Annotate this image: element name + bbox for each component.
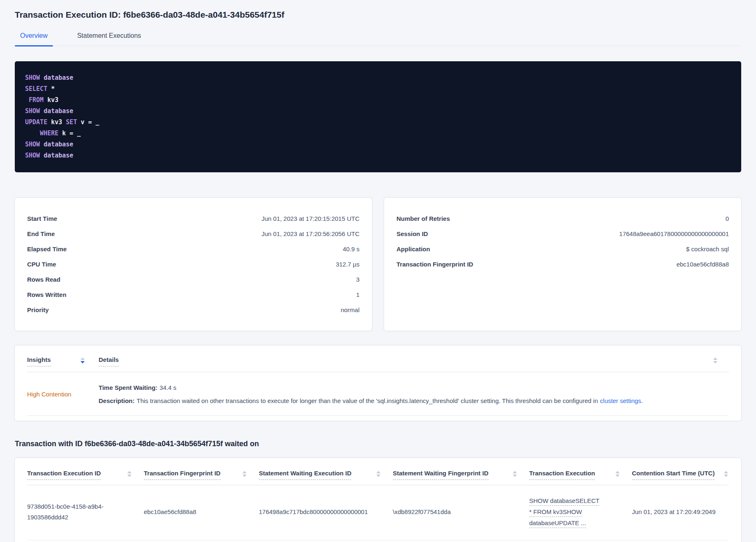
summary-label: Start Time [27, 215, 57, 222]
transaction-execution-link[interactable]: SHOW databaseSELECT * FROM kv3SHOW datab… [529, 495, 602, 528]
sql-line-1: SHOW database [25, 72, 731, 83]
summary-row: Rows Written 1 [27, 287, 360, 302]
cell-statement-waiting-fingerprint-id: \xdb8922f077541dda [393, 507, 529, 517]
description-line: Description:This transaction waited on o… [99, 396, 643, 405]
sort-arrows-icon[interactable] [127, 470, 131, 477]
waiting-value: 34.4 s [159, 384, 176, 391]
sort-arrows-icon[interactable] [724, 470, 728, 477]
summary-label: Rows Read [27, 276, 60, 283]
tab-statement-executions-label: Statement Executions [77, 32, 141, 39]
sql-keyword: SHOW [25, 141, 44, 148]
transaction-fingerprint-link[interactable]: ebc10ae56cfd88a8 [676, 261, 729, 268]
waited-on-table-card: Transaction Execution ID Transaction Fin… [15, 458, 741, 542]
cell-transaction-execution: SHOW databaseSELECT * FROM kv3SHOW datab… [529, 495, 632, 528]
sort-up-icon [242, 471, 247, 473]
summary-row: End Time Jun 01, 2023 at 17:20:56:2056 U… [27, 226, 360, 241]
sql-text: v = _ [81, 118, 99, 126]
sql-keyword: UPDATE [25, 118, 51, 126]
details-column-label[interactable]: Details [99, 356, 119, 366]
sort-up-icon [127, 471, 131, 473]
summary-value: 312.7 µs [336, 261, 360, 268]
summary-value: Jun 01, 2023 at 17:20:56:2056 UTC [261, 230, 360, 237]
session-summary-card: Number of Retries 0 Session ID 17648a9ee… [384, 198, 741, 331]
sort-down-icon [615, 475, 620, 477]
summary-row: Application $ cockroach sql [396, 241, 729, 257]
sort-down-icon [724, 475, 728, 477]
sort-up-icon [724, 471, 728, 473]
insight-details: Time Spent Waiting:34.4 s Description:Th… [99, 383, 643, 405]
waited-table-row: 9738d051-bc0e-4158-a9b4-1903586ddd42 ebc… [27, 485, 729, 540]
waited-on-heading: Transaction with ID f6be6366-da03-48de-a… [15, 440, 741, 448]
description-suffix: . [641, 397, 643, 404]
sort-arrows-icon[interactable] [81, 356, 85, 364]
sort-down-icon [376, 475, 380, 477]
sql-keyword: database [44, 152, 73, 159]
cluster-settings-link[interactable]: cluster settings [600, 397, 641, 404]
insights-column-header[interactable]: Insights [27, 356, 99, 366]
sql-text: kv3 [47, 96, 58, 104]
summary-row: CPU Time 312.7 µs [27, 257, 360, 272]
column-header-transaction-execution[interactable]: Transaction Execution [529, 470, 632, 480]
summary-value: 3 [356, 276, 360, 283]
column-header-transaction-fingerprint-id[interactable]: Transaction Fingerprint ID [144, 470, 259, 480]
sql-line-4: SHOW database [25, 106, 731, 117]
summary-value: 1 [356, 291, 360, 298]
sql-text: * [51, 85, 55, 93]
insights-card: Insights Details High Contention Time Sp… [15, 345, 741, 421]
sort-arrows-icon[interactable] [376, 470, 380, 477]
insights-column-label: Insights [27, 356, 51, 366]
sort-arrows-icon[interactable] [713, 356, 717, 364]
summary-label: Session ID [396, 230, 428, 237]
summary-label: Elapsed Time [27, 246, 67, 252]
summary-row: Priority normal [27, 302, 360, 317]
summary-label: Priority [27, 306, 49, 313]
sql-keyword: SELECT [25, 85, 51, 93]
summary-value: normal [341, 306, 360, 313]
summary-label: Application [396, 246, 430, 252]
summary-row: Elapsed Time 40.9 s [27, 241, 360, 257]
column-header-statement-waiting-execution-id[interactable]: Statement Waiting Execution ID [259, 470, 393, 480]
insight-row: High Contention Time Spent Waiting:34.4 … [27, 372, 729, 416]
sql-keyword: WHERE [25, 130, 62, 137]
sort-arrows-icon[interactable] [513, 470, 517, 477]
tab-bar: Overview Statement Executions [15, 32, 741, 46]
column-header-transaction-execution-id[interactable]: Transaction Execution ID [27, 470, 144, 480]
summary-value: 0 [726, 215, 729, 222]
sql-keyword: SHOW [25, 74, 44, 81]
sort-down-icon [81, 361, 85, 364]
summary-value: 40.9 s [343, 246, 360, 252]
sql-line-6: WHERE k = _ [25, 128, 731, 139]
sql-keyword: SHOW [25, 107, 44, 115]
sort-down-icon [242, 475, 247, 477]
summary-row: Transaction Fingerprint ID ebc10ae56cfd8… [396, 257, 729, 272]
sort-arrows-icon[interactable] [242, 470, 247, 477]
sql-keyword: database [44, 107, 73, 115]
summary-row: Number of Retries 0 [396, 211, 729, 226]
insights-table-header: Insights Details [27, 356, 729, 372]
tab-overview[interactable]: Overview [15, 32, 53, 46]
sql-text: k = _ [62, 130, 81, 137]
column-header-contention-start-time[interactable]: Contention Start Time (UTC) [632, 470, 729, 480]
sql-line-3: FROM kv3 [25, 95, 731, 106]
cell-transaction-fingerprint-id: ebc10ae56cfd88a8 [144, 507, 259, 517]
waiting-label: Time Spent Waiting: [99, 384, 157, 391]
sql-line-5: UPDATE kv3 SET v = _ [25, 117, 731, 128]
insight-type-badge: High Contention [27, 391, 99, 398]
summary-cards-row: Start Time Jun 01, 2023 at 17:20:15:2015… [15, 198, 741, 331]
summary-label: Number of Retries [396, 215, 450, 222]
column-header-statement-waiting-fingerprint-id[interactable]: Statement Waiting Fingerprint ID [393, 470, 529, 480]
summary-label: CPU Time [27, 261, 56, 268]
sort-up-icon [713, 357, 717, 360]
sql-statements-box: SHOW database SELECT * FROM kv3 SHOW dat… [15, 61, 741, 172]
sql-keyword: SHOW [25, 152, 44, 159]
transaction-execution-page: Transaction Execution ID: f6be6366-da03-… [0, 0, 756, 542]
sort-arrows-icon[interactable] [615, 470, 620, 477]
cell-statement-waiting-execution-id: 176498a9c717bdc80000000000000001 [259, 507, 393, 517]
sort-up-icon [513, 471, 517, 473]
sort-up-icon [615, 471, 620, 473]
tab-statement-executions[interactable]: Statement Executions [72, 32, 147, 46]
waited-table-header: Transaction Execution ID Transaction Fin… [27, 470, 729, 485]
summary-label: Transaction Fingerprint ID [396, 261, 473, 268]
sql-keyword: SET [66, 118, 81, 126]
summary-row: Session ID 17648a9eea6017800000000000000… [396, 226, 729, 241]
